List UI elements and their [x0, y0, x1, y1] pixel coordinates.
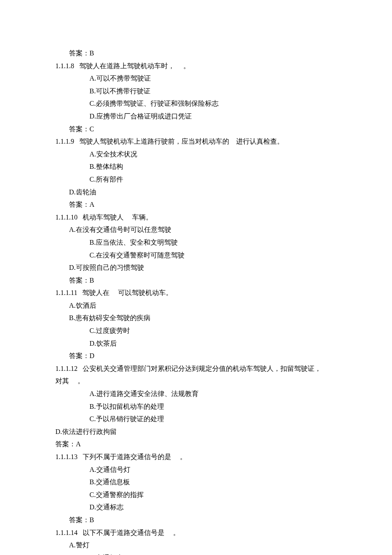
- option-b: B.应当依法、安全和文明驾驶: [55, 236, 337, 249]
- option-a: A.在没有交通信号时可以任意驾驶: [55, 223, 337, 236]
- question-text: 驾驶人驾驶机动车上道路行驶前，应当对机动车的: [79, 138, 229, 145]
- option-b: B.患有妨碍安全驾驶的疾病: [55, 312, 337, 324]
- option-a: A.警灯: [55, 539, 337, 552]
- option-d: D.齿轮油: [55, 186, 337, 199]
- blank: [110, 289, 118, 296]
- question-tail: 。: [183, 62, 190, 69]
- question-stem: 1.1.1.10 机动车驾驶人 车辆。: [55, 211, 337, 224]
- blank: [164, 529, 173, 536]
- question-stem-cont: 对其 。: [55, 375, 337, 387]
- option-a: A.饮酒后: [55, 299, 337, 312]
- option-d: D.应携带出厂合格证明或进口凭证: [55, 110, 337, 123]
- answer-line: 答案：A: [55, 438, 337, 451]
- question-stem: 1.1.1.14 以下不属于道路交通信号是 。: [55, 526, 337, 539]
- question-tail: 。: [173, 529, 180, 536]
- option-a: A.安全技术状况: [55, 148, 337, 161]
- answer-line: 答案：B: [55, 274, 337, 287]
- blank: [171, 453, 180, 460]
- option-a: A.进行道路交通安全法律、法规教育: [55, 387, 337, 400]
- option-d: D.饮茶后: [55, 337, 337, 350]
- option-c: C.在没有交通警察时可随意驾驶: [55, 249, 337, 262]
- question-text: 驾驶人在道路上驾驶机动车时，: [79, 62, 175, 69]
- blank: [229, 138, 236, 145]
- option-a: A.交通信号灯: [55, 463, 337, 476]
- option-c: C.过度疲劳时: [55, 324, 337, 337]
- question-tail: 进行认真检查。: [236, 138, 284, 145]
- option-c: C.予以吊销行驶证的处理: [55, 413, 337, 425]
- question-stem: 1.1.1.12 公安机关交通管理部门对累积记分达到规定分值的机动车驾驶人，扣留…: [55, 362, 337, 375]
- question-number: 1.1.1.11: [55, 289, 77, 296]
- question-number: 1.1.1.8: [55, 62, 74, 69]
- option-d: D.依法进行行政拘留: [55, 425, 337, 438]
- question-stem: 1.1.1.9 驾驶人驾驶机动车上道路行驶前，应当对机动车的 进行认真检查。: [55, 135, 337, 148]
- question-stem: 1.1.1.13 下列不属于道路交通信号的是 。: [55, 451, 337, 463]
- option-d: D.交通标志: [55, 501, 337, 514]
- answer-line: 答案：B: [55, 514, 337, 526]
- question-text: 下列不属于道路交通信号的是: [83, 453, 171, 460]
- blank: [124, 214, 132, 221]
- question-tail: 可以驾驶机动车。: [118, 289, 173, 296]
- option-b: B.可以不携带行驶证: [55, 85, 337, 98]
- answer-line: 答案：D: [55, 350, 337, 362]
- option-c: C.必须携带驾驶证、行驶证和强制保险标志: [55, 97, 337, 110]
- question-text: 驾驶人在: [82, 289, 110, 296]
- question-tail: 车辆。: [132, 214, 153, 221]
- question-number: 1.1.1.9: [55, 138, 74, 145]
- option-b: B.交通信息板: [55, 476, 337, 489]
- option-b: B.交通标志: [55, 552, 337, 555]
- question-text: 公安机关交通管理部门对累积记分达到规定分值的机动车驾驶人，扣留驾驶证，: [83, 365, 321, 372]
- option-c: C.交通警察的指挥: [55, 489, 337, 501]
- question-number: 1.1.1.14: [55, 529, 78, 536]
- question-tail: 。: [180, 453, 187, 460]
- option-a: A.可以不携带驾驶证: [55, 72, 337, 85]
- option-b: B.予以扣留机动车的处理: [55, 400, 337, 413]
- question-stem: 1.1.1.8 驾驶人在道路上驾驶机动车时， 。: [55, 60, 337, 72]
- question-number: 1.1.1.13: [55, 453, 78, 460]
- question-text-2a: 对其: [55, 377, 69, 384]
- answer-line: 答案：B: [55, 47, 337, 60]
- blank: [69, 377, 78, 384]
- answer-line: 答案：C: [55, 123, 337, 136]
- blank: [175, 62, 183, 69]
- option-b: B.整体结构: [55, 160, 337, 173]
- answer-line: 答案：A: [55, 198, 337, 211]
- option-c: C.所有部件: [55, 173, 337, 186]
- document-page: 答案：B 1.1.1.8 驾驶人在道路上驾驶机动车时， 。 A.可以不携带驾驶证…: [0, 0, 392, 555]
- question-text: 机动车驾驶人: [83, 214, 124, 221]
- question-number: 1.1.1.12: [55, 365, 78, 372]
- question-text: 以下不属于道路交通信号是: [83, 529, 164, 536]
- question-number: 1.1.1.10: [55, 214, 78, 221]
- question-text-2b: 。: [78, 377, 84, 384]
- question-stem: 1.1.1.11 驾驶人在 可以驾驶机动车。: [55, 286, 337, 299]
- option-d: D.可按照自己的习惯驾驶: [55, 261, 337, 274]
